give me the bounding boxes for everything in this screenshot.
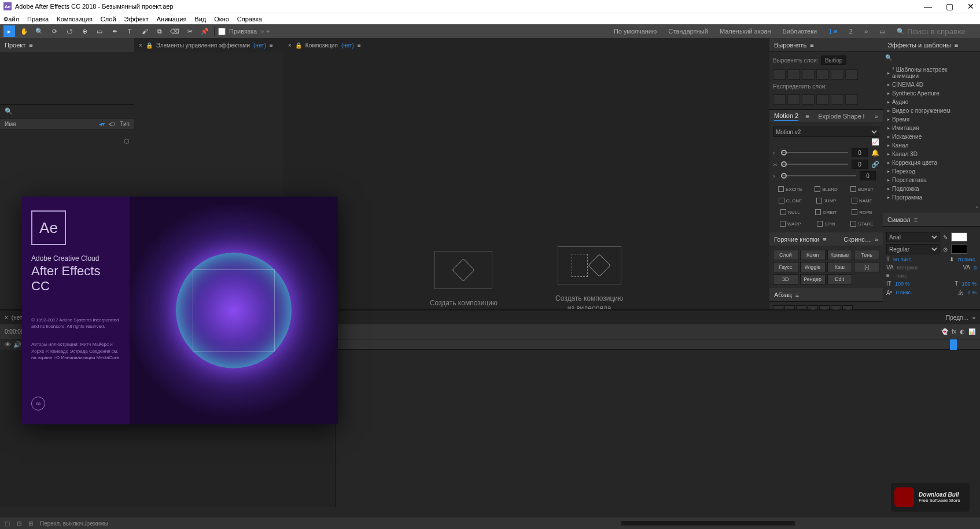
font-family-dropdown[interactable]: Arial bbox=[886, 232, 940, 242]
selection-tool[interactable]: ▸ bbox=[3, 25, 15, 37]
zoom-tool[interactable]: 🔍 bbox=[34, 25, 45, 37]
maximize-button[interactable]: ▢ bbox=[944, 2, 956, 11]
project-col-name[interactable]: Имя bbox=[5, 121, 94, 127]
pen-tool[interactable]: ✒ bbox=[109, 25, 120, 37]
graph-icon[interactable]: 📈 bbox=[871, 138, 879, 145]
menu-window[interactable]: Окно bbox=[214, 16, 229, 23]
help-search-input[interactable] bbox=[907, 27, 977, 36]
tsume-input[interactable]: 0 % bbox=[967, 290, 977, 295]
tree-item[interactable]: Канал bbox=[885, 141, 978, 150]
slider-3-input[interactable] bbox=[860, 171, 876, 180]
explode-tab[interactable]: Explode Shape l bbox=[818, 113, 864, 120]
tracking-input[interactable]: 0 bbox=[974, 265, 977, 271]
link-icon[interactable]: 🔗 bbox=[871, 161, 879, 168]
preview-tab[interactable]: Предп… bbox=[946, 315, 968, 321]
align-top-button[interactable] bbox=[816, 69, 829, 80]
workspace-standard[interactable]: Стандартный bbox=[668, 28, 708, 35]
menu-view[interactable]: Вид bbox=[194, 16, 206, 23]
align-left-button[interactable] bbox=[773, 69, 786, 80]
hotkey-cache[interactable]: Кэш bbox=[827, 262, 853, 272]
snap-icon[interactable]: ⟐ ⌖ bbox=[260, 28, 270, 35]
hotkey-3d[interactable]: 3D bbox=[773, 274, 798, 284]
minimize-button[interactable]: — bbox=[922, 2, 934, 11]
workspace-edit-icon[interactable]: ▭ bbox=[879, 28, 885, 35]
workspace-2[interactable]: 2 bbox=[849, 28, 853, 35]
rope-button[interactable]: ROPE bbox=[845, 207, 879, 217]
jump-button[interactable]: JUMP bbox=[809, 195, 843, 206]
slider-1-input[interactable] bbox=[852, 148, 868, 157]
workspace-libraries[interactable]: Библиотеки bbox=[783, 28, 817, 35]
menu-composition[interactable]: Композиция bbox=[57, 16, 93, 23]
clone-button[interactable]: CLONE bbox=[773, 195, 808, 206]
hscale-input[interactable]: 100 % bbox=[961, 281, 977, 287]
fx-icon[interactable]: fx bbox=[952, 328, 956, 335]
null-button[interactable]: NULL bbox=[773, 207, 808, 217]
align-vcenter-button[interactable] bbox=[831, 69, 843, 80]
distribute-btn[interactable] bbox=[845, 94, 858, 105]
tree-item[interactable]: Подложка bbox=[885, 184, 978, 193]
bell-icon[interactable]: 🔔 bbox=[871, 149, 879, 157]
effects-presets-tab[interactable]: Эффекты и шаблоны bbox=[887, 42, 951, 49]
font-weight-dropdown[interactable]: Regular bbox=[886, 244, 940, 254]
menu-file[interactable]: Файл bbox=[3, 16, 19, 23]
close-button[interactable]: ✕ bbox=[965, 2, 977, 11]
tree-item[interactable]: Время bbox=[885, 115, 978, 124]
hotkey-wiggle[interactable]: Wiggle bbox=[800, 262, 826, 272]
stroke-color-swatch[interactable] bbox=[951, 245, 967, 254]
flowchart-icon[interactable]: ⬡ bbox=[124, 138, 130, 145]
hotkey-layer[interactable]: Слой bbox=[773, 250, 798, 260]
motion2-tab[interactable]: Motion 2 bbox=[774, 112, 798, 121]
composition-tab[interactable]: × 🔒 Композиция (нет) bbox=[283, 38, 769, 52]
effects-search-input[interactable] bbox=[894, 54, 980, 63]
label-icon[interactable]: 🏷 bbox=[109, 121, 115, 127]
speaker-icon[interactable]: 🔊 bbox=[13, 341, 21, 349]
blend-button[interactable]: BLEND bbox=[809, 184, 843, 194]
help-search[interactable]: 🔍 bbox=[897, 27, 977, 36]
tree-item[interactable]: Synthetic Aperture bbox=[885, 89, 978, 98]
playhead[interactable] bbox=[950, 339, 957, 350]
align-to-dropdown[interactable]: Выбор bbox=[821, 56, 847, 65]
spin-button[interactable]: SPIN bbox=[809, 219, 843, 229]
name-button[interactable]: NAME bbox=[845, 195, 879, 206]
baseline-input[interactable]: 0 пикс. bbox=[896, 290, 912, 295]
align-right-button[interactable] bbox=[802, 69, 815, 80]
workspace-1[interactable]: 1 ≡ bbox=[828, 28, 838, 35]
screenshots-tab[interactable]: Скринс… bbox=[843, 236, 871, 243]
orbit-tool[interactable]: ⟳ bbox=[49, 25, 60, 37]
align-panel-tab[interactable]: Выровнять bbox=[769, 38, 883, 52]
anchor-tool[interactable]: ⊕ bbox=[79, 25, 90, 37]
kerning-input[interactable]: Метрики bbox=[897, 265, 918, 271]
project-col-type[interactable]: Тип bbox=[120, 121, 130, 127]
shape-tool[interactable]: ▭ bbox=[94, 25, 105, 37]
clone-tool[interactable]: ⧉ bbox=[154, 25, 165, 37]
stare-button[interactable]: STARE bbox=[845, 219, 879, 229]
align-hcenter-button[interactable] bbox=[787, 69, 800, 80]
tree-item[interactable]: Перспектива bbox=[885, 176, 978, 184]
character-tab[interactable]: Символ bbox=[887, 216, 911, 223]
status-icon3[interactable]: ⊞ bbox=[28, 520, 33, 527]
text-tool[interactable]: T bbox=[124, 25, 135, 37]
tree-item[interactable]: Переход bbox=[885, 167, 978, 176]
distribute-btn[interactable] bbox=[816, 94, 829, 105]
eyedropper-icon[interactable]: ✎ bbox=[943, 234, 948, 241]
roto-tool[interactable]: ✂ bbox=[184, 25, 196, 37]
status-icon2[interactable]: ⊡ bbox=[17, 520, 21, 527]
hotkeys-tab[interactable]: Горячие кнопки bbox=[774, 236, 819, 243]
tree-item[interactable]: Имитация bbox=[885, 124, 978, 132]
new-composition-button[interactable]: Создать композицию bbox=[430, 251, 498, 308]
eraser-tool[interactable]: ⌫ bbox=[169, 25, 180, 37]
hotkey-bracket[interactable]: [-] bbox=[854, 262, 879, 272]
leading-input[interactable]: 70 пикс. bbox=[957, 257, 977, 262]
hand-tool[interactable]: ✋ bbox=[19, 25, 30, 37]
puppet-tool[interactable]: 📌 bbox=[199, 25, 211, 37]
effect-controls-tab[interactable]: × 🔒 Элементы управления эффектами (нет) bbox=[134, 38, 283, 52]
new-composition-from-footage-button[interactable]: Создать композициюиз видеоряда bbox=[555, 246, 623, 313]
snap-checkbox[interactable] bbox=[218, 28, 226, 35]
distribute-btn[interactable] bbox=[787, 94, 800, 105]
slider-2-input[interactable] bbox=[852, 160, 868, 169]
project-panel-tab[interactable]: Проект bbox=[0, 38, 134, 52]
project-search-input[interactable] bbox=[15, 107, 130, 116]
motion-preset-dropdown[interactable]: Motion v2 bbox=[773, 127, 879, 137]
excite-button[interactable]: EXCITE bbox=[773, 184, 808, 194]
brush-tool[interactable]: 🖌 bbox=[139, 25, 150, 37]
